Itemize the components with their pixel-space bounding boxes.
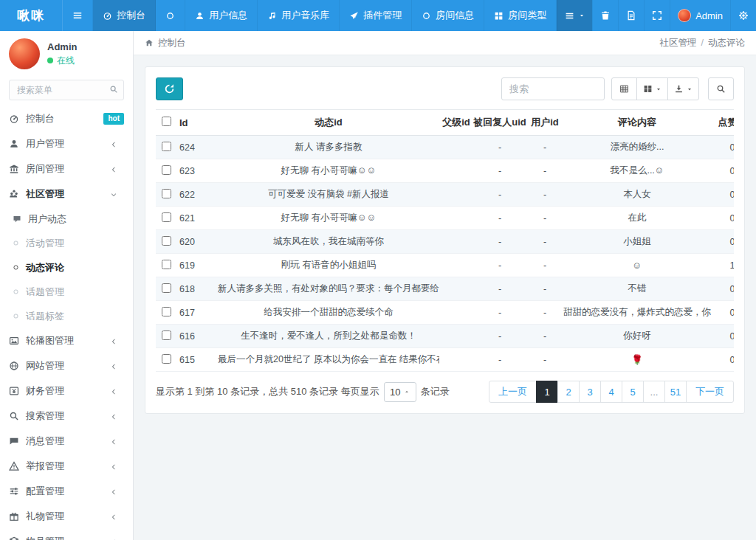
sidebar-item-activity-mgmt[interactable]: 活动管理 (0, 231, 133, 255)
report-icon (9, 461, 19, 471)
brand[interactable]: 啾咪 (0, 0, 63, 31)
breadcrumb[interactable]: 控制台 (145, 37, 186, 49)
table-row[interactable]: 619刚玩 有语音的小姐姐吗--☺1 (156, 254, 734, 277)
toggle-view-button[interactable] (611, 77, 637, 100)
sidebar-item-topic-mgmt[interactable]: 话题管理 (0, 280, 133, 304)
pagination-page-4[interactable]: 4 (600, 381, 622, 403)
chevron-left-icon-wrap (110, 336, 124, 347)
row-checkbox[interactable] (162, 165, 171, 175)
log-button[interactable] (618, 0, 644, 31)
sidebar-item-console[interactable]: 控制台hot (0, 106, 133, 131)
refresh-button[interactable] (156, 77, 183, 100)
select-all-checkbox[interactable] (162, 117, 171, 126)
table-row[interactable]: 618新人请多多关照，有处对象的吗？要求：每个月都要给我买礼物🎁--不错0 (156, 277, 734, 301)
column-header-1[interactable]: 动态id (218, 110, 439, 136)
pagination-prev[interactable]: 上一页 (489, 381, 537, 403)
sidebar-item-config-mgmt[interactable]: 配置管理 (0, 479, 133, 504)
row-checkbox[interactable] (162, 283, 171, 293)
cell-user-id: - (526, 277, 563, 301)
box-icon (9, 536, 19, 540)
pagination-next[interactable]: 下一页 (686, 381, 734, 403)
topnav-item-circle[interactable] (156, 0, 185, 31)
cell-dynamic-id: 给我安排一个甜甜的恋爱续个命 (218, 301, 439, 325)
column-header-6[interactable]: 点赞数 (711, 110, 734, 136)
sidebar-item-label: 搜索管理 (26, 409, 64, 423)
column-header-2[interactable]: 父级id (439, 110, 473, 136)
column-header-0[interactable]: Id (176, 110, 218, 136)
table-row[interactable]: 617给我安排一个甜甜的恋爱续个命--甜甜的恋爱没有，爆炸式的恋爱，你要吗？0 (156, 301, 734, 325)
table-row[interactable]: 623好无聊 有小哥哥嘛☺☺--我不是么...☺0 (156, 159, 734, 183)
sidebar-item-label: 话题管理 (26, 285, 64, 299)
sidebar-item-room-mgmt[interactable]: 房间管理 (0, 156, 133, 181)
row-checkbox[interactable] (162, 330, 171, 340)
sidebar-item-dynamic-comments[interactable]: 动态评论 (0, 255, 133, 280)
sidebar-item-report-mgmt[interactable]: 举报管理 (0, 454, 133, 479)
topnav-item-plugin-mgmt[interactable]: 插件管理 (340, 0, 412, 31)
user-avatar[interactable] (9, 38, 40, 69)
clear-cache-button[interactable] (592, 0, 618, 31)
pagination-page-3[interactable]: 3 (579, 381, 601, 403)
cell-id: 620 (176, 230, 218, 254)
sidebar-item-label: 举报管理 (26, 460, 64, 473)
row-checkbox[interactable] (162, 189, 171, 198)
topnav-item-user-info[interactable]: 用户信息 (185, 0, 258, 31)
column-header-4[interactable]: 用户id (526, 110, 563, 136)
row-checkbox[interactable] (162, 307, 171, 316)
circle-icon (165, 11, 175, 21)
advanced-search-button[interactable] (708, 77, 734, 100)
row-checkbox[interactable] (162, 212, 171, 222)
settings-button[interactable] (730, 0, 756, 31)
pagination-page-51[interactable]: 51 (664, 381, 687, 403)
row-checkbox[interactable] (162, 260, 171, 269)
pagination-page-1[interactable]: 1 (536, 381, 558, 403)
sidebar-item-user-mgmt[interactable]: 用户管理 (0, 131, 133, 156)
sidebar-item-label: 用户动态 (28, 212, 66, 226)
sidebar-item-user-dynamics[interactable]: 用户动态 (0, 207, 133, 231)
sidebar-item-search-mgmt[interactable]: 搜索管理 (0, 404, 133, 429)
sidebar-toggle[interactable] (63, 0, 93, 31)
topnav-item-room-info[interactable]: 房间信息 (412, 0, 484, 31)
sidebar-item-gift-mgmt[interactable]: 礼物管理 (0, 504, 133, 529)
topnav-item-console[interactable]: 控制台 (93, 0, 156, 31)
topnav-item-room-type[interactable]: 房间类型 (484, 0, 557, 31)
table-row[interactable]: 624新人 请多多指教--漂亮的婚纱...0 (156, 136, 734, 159)
row-checkbox[interactable] (162, 354, 171, 364)
topnav-items: 控制台用户信息用户音乐库插件管理房间信息房间类型 (93, 0, 557, 31)
sidebar-item-community-mgmt[interactable]: 社区管理 (0, 181, 133, 207)
per-page-select[interactable]: 10 (384, 382, 416, 402)
shell: Admin 在线 控制台hot用户管理房间管理社区管理用户动态活动管理动态评论话… (0, 31, 756, 540)
pagination-page-5[interactable]: 5 (622, 381, 644, 403)
fullscreen-button[interactable] (644, 0, 670, 31)
sidebar-item-site-mgmt[interactable]: 网站管理 (0, 353, 133, 378)
menu-search-input[interactable] (9, 80, 124, 100)
column-header-3[interactable]: 被回复人uid (473, 110, 526, 136)
admin-user-menu[interactable]: Admin (670, 0, 730, 31)
row-checkbox[interactable] (162, 142, 171, 151)
column-header-5[interactable]: 评论内容 (563, 110, 711, 136)
table-search-input[interactable] (501, 77, 605, 100)
sidebar-item-finance-mgmt[interactable]: 财务管理 (0, 378, 133, 404)
export-button[interactable] (667, 77, 699, 100)
table-row[interactable]: 616生不逢时，爱不逢人，所到之处都是命数！--你好呀0 (156, 325, 734, 348)
table-row[interactable]: 622可可爱爱 没有脑袋 #新人报道--本人女0 (156, 183, 734, 207)
caret-down-icon (579, 13, 585, 18)
tabs-dropdown-button[interactable] (557, 0, 592, 31)
pagination-page-2[interactable]: 2 (557, 381, 580, 403)
columns-button[interactable] (636, 77, 668, 100)
topnav-item-user-music[interactable]: 用户音乐库 (258, 0, 340, 31)
sidebar-item-banner-mgmt[interactable]: 轮播图管理 (0, 328, 133, 353)
row-checkbox[interactable] (162, 236, 171, 246)
table-row[interactable]: 621好无聊 有小哥哥嘛☺☺--在此0 (156, 207, 734, 230)
table-row[interactable]: 615最后一个月就20世纪了 原本以为你会一直在 结果你不在了💔--🌹0 (156, 348, 734, 372)
cell-id: 623 (176, 159, 218, 183)
sidebar-item-goods-mgmt[interactable]: 物品管理 (0, 529, 133, 540)
caret-up-icon (404, 389, 410, 395)
table-scroll-area[interactable]: Id动态id父级id被回复人uid用户id评论内容点赞数 624新人 请多多指教… (156, 109, 734, 372)
cell-likes: 1 (711, 254, 734, 277)
sidebar-item-label: 活动管理 (26, 237, 64, 250)
table-row[interactable]: 620城东风在吹，我在城南等你--小姐姐0 (156, 230, 734, 254)
cell-user-id: - (526, 207, 563, 230)
sidebar-item-topic-tags[interactable]: 话题标签 (0, 304, 133, 328)
table-footer: 显示第 1 到第 10 条记录，总共 510 条记录 每页显示 10 条记录 上… (156, 381, 734, 403)
sidebar-item-message-mgmt[interactable]: 消息管理 (0, 429, 133, 454)
